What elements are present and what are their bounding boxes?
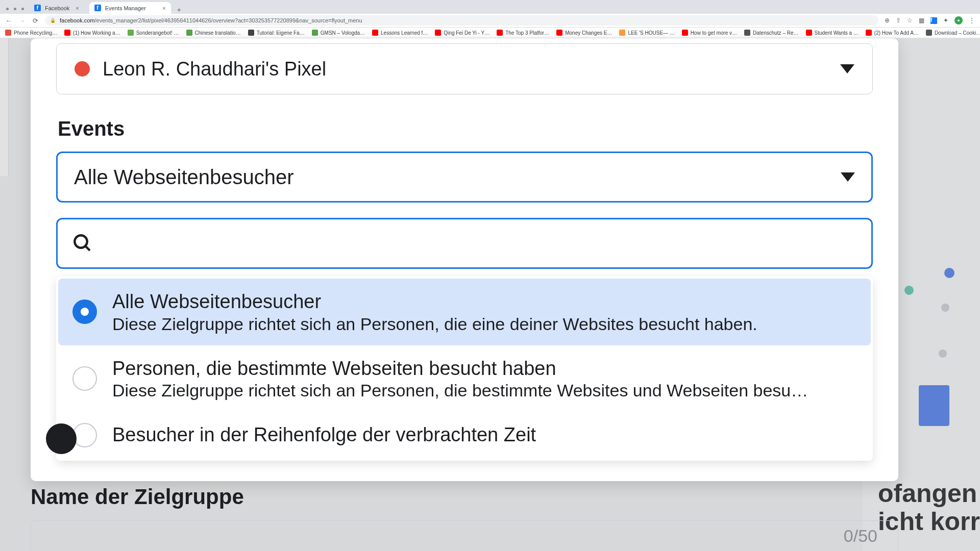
- radio-icon: [72, 366, 97, 391]
- bookmark-favicon: [497, 30, 503, 36]
- bookmark-item[interactable]: Chinese translatio…: [186, 30, 241, 36]
- events-selected-value: Alle Webseitenbesucher: [74, 166, 294, 189]
- bookmark-item[interactable]: How to get more v…: [682, 30, 737, 36]
- bookmark-label: Student Wants a …: [815, 30, 859, 36]
- url-path: /events_manager2/list/pixel/463956411044…: [94, 17, 362, 23]
- bookmark-item[interactable]: Student Wants a …: [806, 30, 859, 36]
- chevron-down-icon: [840, 64, 854, 73]
- bookmark-favicon: [926, 30, 932, 36]
- events-option[interactable]: Besucher in der Reihenfolge der verbrach…: [58, 412, 871, 459]
- bookmark-label: GMSN – Vologda…: [321, 30, 365, 36]
- new-tab-button[interactable]: +: [177, 6, 181, 14]
- back-icon[interactable]: ←: [5, 17, 12, 24]
- bookmarks-bar: Phone Recycling…(1) How Working a…Sonder…: [0, 28, 980, 38]
- bookmark-label: Tutorial: Eigene Fa…: [257, 30, 305, 36]
- bookmark-favicon: [619, 30, 625, 36]
- bookmark-item[interactable]: Download – Cooki…: [926, 30, 980, 36]
- events-search-box[interactable]: [56, 218, 873, 269]
- tab-title: Events Manager: [105, 5, 146, 11]
- events-options-list: Alle WebseitenbesucherDiese Zielgruppe r…: [56, 277, 873, 461]
- search-icon: [72, 233, 93, 254]
- svg-line-1: [85, 246, 90, 251]
- char-counter: 0/50: [844, 526, 877, 546]
- bookmark-label: Download – Cooki…: [935, 30, 980, 36]
- facebook-ext-icon[interactable]: [930, 17, 937, 24]
- bookmark-item[interactable]: GMSN – Vologda…: [312, 30, 365, 36]
- bookmark-item[interactable]: LEE 'S HOUSE— …: [619, 30, 674, 36]
- bookmark-item[interactable]: Money Changes E…: [556, 30, 612, 36]
- events-search-input[interactable]: [106, 232, 857, 255]
- reload-icon[interactable]: ⟳: [32, 17, 39, 24]
- browser-toolbar: ← → ⟳ 🔒 facebook.com/events_manager2/lis…: [0, 14, 980, 28]
- bookmark-item[interactable]: Sonderangebot! …: [128, 30, 179, 36]
- star-icon[interactable]: ☆: [907, 17, 913, 24]
- bookmark-item[interactable]: Lessons Learned f…: [372, 30, 428, 36]
- bookmark-favicon: [806, 30, 812, 36]
- tab-title: Facebook: [45, 5, 69, 11]
- search-url-icon[interactable]: ⊕: [885, 17, 890, 24]
- browser-tab-strip: Facebook × Events Manager × +: [0, 0, 980, 14]
- svg-point-0: [75, 235, 87, 248]
- menu-icon[interactable]: ⋮: [969, 17, 975, 24]
- bookmark-item[interactable]: Qing Fei De Yi - Y…: [435, 30, 489, 36]
- bookmark-label: Lessons Learned f…: [381, 30, 428, 36]
- pixel-selector[interactable]: Leon R. Chaudhari's Pixel: [56, 43, 873, 94]
- option-title: Besucher in der Reihenfolge der verbrach…: [112, 423, 856, 447]
- bookmark-favicon: [435, 30, 441, 36]
- bookmark-item[interactable]: The Top 3 Platfor…: [497, 30, 549, 36]
- bookmark-label: LEE 'S HOUSE— …: [628, 30, 674, 36]
- lock-icon: 🔒: [50, 18, 56, 23]
- bookmark-item[interactable]: Phone Recycling…: [5, 30, 57, 36]
- option-title: Personen, die bestimmte Webseiten besuch…: [112, 357, 856, 381]
- facebook-icon: [94, 5, 101, 11]
- bookmark-label: Money Changes E…: [565, 30, 612, 36]
- forward-icon: →: [18, 17, 26, 24]
- pixel-name: Leon R. Chaudhari's Pixel: [103, 58, 326, 80]
- bookmark-favicon: [682, 30, 688, 36]
- tab-events-manager[interactable]: Events Manager ×: [89, 2, 171, 14]
- bookmark-favicon: [5, 30, 11, 36]
- events-heading: Events: [58, 117, 873, 140]
- bookmark-label: Sonderangebot! …: [136, 30, 179, 36]
- bookmark-label: Chinese translatio…: [195, 30, 241, 36]
- radio-icon: [72, 299, 97, 324]
- window-controls: [6, 8, 24, 14]
- events-dropdown[interactable]: Alle Webseitenbesucher: [56, 152, 873, 203]
- chevron-down-icon: [841, 172, 855, 182]
- bookmark-label: Qing Fei De Yi - Y…: [444, 30, 489, 36]
- bookmark-favicon: [866, 30, 872, 36]
- events-option[interactable]: Alle WebseitenbesucherDiese Zielgruppe r…: [58, 279, 871, 345]
- bookmark-label: (1) How Working a…: [73, 30, 120, 36]
- bookmark-label: The Top 3 Platfor…: [505, 30, 549, 36]
- tab-facebook[interactable]: Facebook ×: [29, 2, 84, 14]
- bookmark-label: Phone Recycling…: [14, 30, 57, 36]
- option-desc: Diese Zielgruppe richtet sich an Persone…: [112, 381, 856, 400]
- bookmark-item[interactable]: Datenschutz – Re…: [744, 30, 799, 36]
- profile-avatar[interactable]: ●: [954, 16, 963, 24]
- bookmark-favicon: [248, 30, 254, 36]
- audience-name-input[interactable]: 0/50: [31, 520, 898, 551]
- events-option[interactable]: Personen, die bestimmte Webseiten besuch…: [58, 345, 871, 412]
- extensions-icon[interactable]: ✦: [943, 17, 948, 24]
- bookmark-favicon: [64, 30, 70, 36]
- audience-modal: Leon R. Chaudhari's Pixel Events Alle We…: [31, 38, 898, 481]
- bookmark-favicon: [186, 30, 192, 36]
- bookmark-item[interactable]: Tutorial: Eigene Fa…: [248, 30, 305, 36]
- bookmark-label: Datenschutz – Re…: [753, 30, 799, 36]
- address-bar[interactable]: 🔒 facebook.com/events_manager2/list/pixe…: [45, 15, 878, 26]
- bookmark-label: How to get more v…: [691, 30, 737, 36]
- share-icon[interactable]: ⇪: [896, 17, 901, 24]
- bookmark-item[interactable]: (1) How Working a…: [64, 30, 120, 36]
- grid-icon[interactable]: ▦: [919, 17, 924, 24]
- bookmark-item[interactable]: (2) How To Add A…: [866, 30, 919, 36]
- floating-action-button[interactable]: [46, 423, 77, 454]
- pixel-status-dot-icon: [75, 61, 90, 77]
- option-title: Alle Webseitenbesucher: [112, 290, 856, 314]
- close-icon[interactable]: ×: [76, 5, 79, 11]
- audience-name-label: Name der Zielgruppe: [31, 485, 898, 509]
- bookmark-favicon: [744, 30, 750, 36]
- audience-name-section: Name der Zielgruppe 0/50: [31, 485, 898, 551]
- close-icon[interactable]: ×: [162, 5, 165, 11]
- page-content: ofangenicht korr Leon R. Chaudhari's Pix…: [0, 38, 980, 551]
- url-host: facebook.com: [60, 17, 94, 23]
